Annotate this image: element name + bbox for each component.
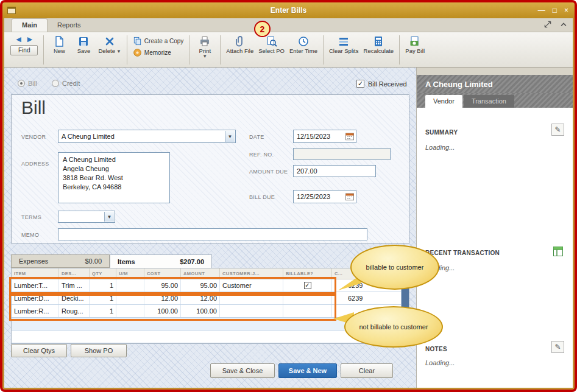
credit-radio[interactable]: Credit [52,80,80,87]
copy-memorize-group: Create a Copy Memorize [130,34,186,66]
expand-window-icon[interactable] [543,20,552,29]
vendor-combobox[interactable]: A Cheung Limited ▼ [58,130,236,143]
cell-amount[interactable]: 100.00 [181,305,220,317]
items-tab-label: Items [118,258,135,265]
ref-no-field[interactable] [293,148,391,160]
cell-qty[interactable]: 1 [90,305,116,317]
delete-button[interactable]: Delete▼ [96,34,123,66]
amount-due-value: 207.00 [297,167,317,175]
save-new-button[interactable]: Save & New [278,363,337,378]
memorize-button[interactable]: Memorize [133,48,183,57]
calendar-icon[interactable] [345,193,354,201]
ribbon-tabbar: Main Reports [4,18,573,32]
cell-item[interactable]: Lumber:D... [12,292,59,304]
toolbar-separator [399,35,400,65]
calendar-icon[interactable] [345,133,354,141]
save-icon [77,35,90,47]
cell-qty[interactable]: 1 [90,279,116,292]
recent-transaction-report-icon[interactable] [552,245,564,257]
cell-amount[interactable]: 12.00 [181,292,220,304]
bill-received-checkbox[interactable]: ✓ Bill Received [356,80,407,88]
create-copy-button[interactable]: Create a Copy [133,37,183,46]
cell-cost[interactable]: 12.00 [144,292,181,304]
expenses-tab-amount: $0.00 [85,257,102,265]
show-po-button[interactable]: Show PO [71,344,127,357]
cell-qty[interactable]: 1 [90,292,116,304]
edit-notes-pencil-icon[interactable]: ✎ [551,341,564,353]
tab-transaction[interactable]: Transaction [464,95,514,108]
paperclip-icon [234,35,246,47]
print-icon [199,35,211,47]
cell-um[interactable] [116,305,144,317]
credit-radio-circle[interactable] [52,80,59,87]
attach-file-button[interactable]: Attach File [224,34,256,66]
toolbar-separator [189,35,189,65]
tab-reports[interactable]: Reports [48,19,91,32]
cell-billable[interactable]: ✓ [283,279,332,292]
bill-due-field[interactable]: 12/25/2023 [293,190,356,203]
terms-dropdown-icon[interactable]: ▼ [104,212,114,222]
forward-arrow-icon[interactable]: ▶ [27,35,32,43]
cell-customer-job[interactable] [220,305,283,317]
cell-class[interactable]: 6239 [332,292,409,304]
callout-not-billable-text: not billable to customer [359,323,428,332]
address-box[interactable]: A Cheung Limited Angela Cheung 3818 Bear… [58,152,170,203]
cell-item[interactable]: Lumber:R... [12,305,59,317]
tab-main[interactable]: Main [12,18,48,32]
new-button[interactable]: New [47,34,71,66]
memo-field[interactable] [58,228,367,240]
cell-cost[interactable]: 95.00 [144,279,181,292]
cell-description[interactable]: Trim ... [59,279,90,292]
toolbar-separator [220,35,221,65]
cell-um[interactable] [116,279,144,292]
tab-items[interactable]: Items $207.00 [110,254,212,268]
save-button[interactable]: Save [71,34,96,66]
cell-customer-job[interactable] [220,292,283,304]
collapse-ribbon-icon[interactable] [559,20,568,29]
clear-qtys-button[interactable]: Clear Qtys [11,344,67,357]
cell-um[interactable] [116,292,144,304]
print-dropdown-icon[interactable]: ▼ [202,55,207,58]
cell-item[interactable]: Lumber:T... [12,279,59,292]
tab-expenses[interactable]: Expenses $0.00 [11,254,110,268]
delete-dropdown-icon[interactable]: ▼ [116,49,121,54]
table-row[interactable]: Lumber:D... Decki... 1 12.00 12.00 6239 [12,292,409,305]
enter-time-button[interactable]: Enter Time [287,34,320,66]
maximize-button[interactable]: □ [553,7,557,14]
cell-billable[interactable] [283,305,332,317]
clear-splits-button[interactable]: Clear Splits [327,34,361,66]
bill-received-checkbox-box[interactable]: ✓ [356,80,364,88]
cell-amount[interactable]: 95.00 [181,279,220,292]
date-field[interactable]: 12/15/2023 [293,130,356,143]
minimize-button[interactable]: — [538,7,545,14]
print-button[interactable]: Print ▼ [193,34,217,66]
vendor-dropdown-icon[interactable]: ▼ [225,131,235,142]
find-button[interactable]: Find [10,45,38,55]
cell-customer-job[interactable]: Customer [220,279,283,292]
recalculate-button[interactable]: Recalculate [361,34,397,66]
bill-radio[interactable]: Bill [18,80,37,87]
content: Bill Credit ✓ Bill Received Bill VENDOR [4,68,573,388]
cell-billable[interactable] [283,292,332,304]
tab-vendor[interactable]: Vendor [425,95,462,108]
close-button[interactable]: × [564,7,568,14]
edit-summary-pencil-icon[interactable]: ✎ [551,124,564,136]
select-po-button[interactable]: Select PO [256,34,287,66]
billable-checkbox[interactable]: ✓ [304,282,311,289]
bill-form-card: Bill VENDOR A Cheung Limited ▼ DATE 12/1… [11,94,409,243]
window-body: Main Reports ◀ ▶ Find New [4,18,573,388]
notes-loading-text: Loading... [425,359,455,366]
pay-bill-button[interactable]: Pay Bill [403,34,427,66]
ref-no-label: REF. NO. [249,152,274,158]
titlebar[interactable]: Enter Bills — □ × [2,2,575,18]
cell-description[interactable]: Roug... [59,305,90,317]
terms-combobox[interactable]: ▼ [58,211,115,223]
bill-heading: Bill [21,97,46,118]
clear-button[interactable]: Clear [341,363,393,378]
back-arrow-icon[interactable]: ◀ [16,35,21,43]
cell-description[interactable]: Decki... [59,292,90,304]
bill-radio-circle[interactable] [18,80,25,87]
save-close-button[interactable]: Save & Close [210,363,275,378]
cell-cost[interactable]: 100.00 [144,305,181,317]
amount-due-field[interactable]: 207.00 [293,165,376,177]
